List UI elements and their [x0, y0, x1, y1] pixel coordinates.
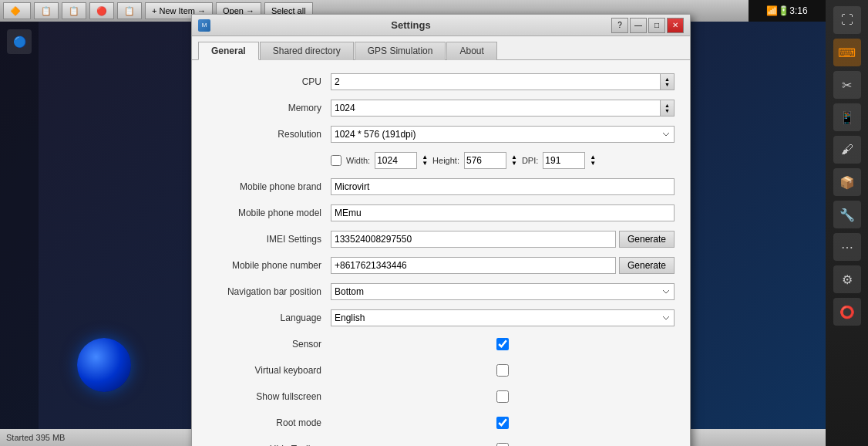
dialog-app-icon: M	[198, 19, 210, 32]
imei-label: IMEI Settings	[207, 234, 331, 245]
vkeyboard-label: Virtual keyboard	[207, 365, 331, 376]
cpu-spinner: ▲ ▼	[331, 73, 675, 90]
resolution-label: Resolution	[207, 129, 331, 140]
cpu-row: CPU ▲ ▼	[207, 73, 675, 91]
phone-input[interactable]	[331, 257, 616, 274]
rootmode-label: Root mode	[207, 417, 331, 428]
language-dropdown[interactable]: English Chinese	[331, 309, 675, 326]
vkeyboard-checkbox[interactable]	[496, 364, 509, 377]
hidetoolbar-control	[331, 443, 675, 446]
sidebar-keyboard-icon[interactable]: ⌨	[833, 39, 861, 66]
height-input[interactable]	[464, 152, 506, 169]
dialog-maximize-button[interactable]: □	[648, 18, 665, 33]
dialog-minimize-button[interactable]: —	[630, 18, 647, 33]
tab-general[interactable]: General	[198, 42, 259, 60]
language-row: Language English Chinese	[207, 309, 675, 327]
fullscreen-control	[331, 390, 675, 403]
wh-control: Width: ▲▼ Height: ▲▼ DPI: ▲▼	[331, 152, 675, 169]
taskbar-button-3[interactable]: 📋	[62, 2, 86, 19]
phone-control: Generate	[331, 257, 675, 274]
dialog-title-text: Settings	[210, 19, 611, 31]
memory-label: Memory	[207, 103, 331, 113]
height-label: Height:	[432, 156, 459, 165]
memory-control: ▲ ▼	[331, 100, 675, 117]
width-spinner-arrows[interactable]: ▲▼	[422, 154, 428, 167]
sidebar-fullscreen-icon[interactable]: ⛶	[833, 6, 861, 34]
model-control	[331, 204, 675, 221]
cpu-input[interactable]	[331, 73, 661, 90]
tab-gps-simulation[interactable]: GPS Simulation	[355, 42, 446, 60]
rootmode-control	[331, 417, 675, 429]
memory-spinner-down: ▼	[664, 108, 670, 113]
taskbar-button-2[interactable]: 📋	[34, 2, 59, 19]
wh-row: Width: ▲▼ Height: ▲▼ DPI: ▲▼	[207, 151, 675, 170]
sidebar-settings-icon[interactable]: ⚙	[833, 265, 861, 293]
sidebar-phone-icon[interactable]: 📱	[833, 103, 861, 131]
dialog-title-left: M	[198, 19, 210, 32]
imei-input-group: Generate	[331, 231, 675, 248]
vkeyboard-control	[331, 364, 675, 377]
sidebar-apk-icon[interactable]: 📦	[833, 168, 861, 196]
width-label: Width:	[346, 156, 370, 165]
sidebar-brush-icon[interactable]: 🖌	[833, 136, 861, 164]
memory-spinner-up: ▲	[664, 103, 670, 108]
tab-shared-directory[interactable]: Shared directory	[260, 42, 354, 60]
resolution-checkbox[interactable]	[331, 155, 341, 166]
phone-row: Mobile phone number Generate	[207, 256, 675, 275]
sensor-checkbox[interactable]	[496, 338, 509, 350]
brand-control	[331, 178, 675, 195]
rootmode-row: Root mode	[207, 414, 675, 432]
taskbar-button[interactable]: 🔶	[3, 2, 31, 19]
settings-dialog: M Settings ? — □ ✕ General Shared direct…	[191, 14, 691, 446]
dpi-label: DPI:	[522, 156, 538, 165]
brand-input[interactable]	[331, 178, 675, 195]
memory-spinner-btn[interactable]: ▲ ▼	[661, 100, 675, 117]
sidebar-more-icon[interactable]: ⋯	[833, 233, 861, 261]
dialog-close-button[interactable]: ✕	[667, 18, 684, 33]
dpi-input[interactable]	[543, 152, 585, 169]
imei-input[interactable]	[331, 231, 616, 248]
fullscreen-label: Show fullscreen	[207, 391, 331, 402]
sensor-control	[331, 338, 675, 350]
battery-icon: 🔋	[778, 5, 789, 16]
phone-generate-button[interactable]: Generate	[619, 257, 675, 274]
phone-label: Mobile phone number	[207, 260, 331, 271]
dialog-help-button[interactable]: ?	[611, 18, 628, 33]
taskbar-button-4[interactable]: 🔴	[89, 2, 114, 19]
navbar-dropdown[interactable]: Bottom Top Left Right	[331, 283, 675, 300]
left-panel-icon-1[interactable]: 🔵	[7, 29, 32, 54]
taskbar-icon-4: 🔴	[96, 6, 107, 16]
navbar-label: Navigation bar position	[207, 286, 331, 297]
sidebar-wrench-icon[interactable]: 🔧	[833, 201, 861, 228]
language-label: Language	[207, 313, 331, 323]
spinner-down: ▼	[664, 82, 670, 87]
sidebar-scissors-icon[interactable]: ✂	[833, 71, 861, 99]
cpu-control: ▲ ▼	[331, 73, 675, 90]
height-spinner-arrows[interactable]: ▲▼	[511, 154, 517, 167]
right-sidebar: ⛶ ⌨ ✂ 📱 🖌 📦 🔧 ⋯ ⚙ ⭕	[826, 0, 868, 446]
sensor-row: Sensor	[207, 335, 675, 353]
model-input[interactable]	[331, 204, 675, 221]
width-input[interactable]	[375, 152, 417, 169]
taskbar-icon-2: 📋	[41, 6, 52, 16]
dialog-content: CPU ▲ ▼ Memory ▲ ▼	[192, 59, 690, 446]
left-panel: 🔵	[0, 22, 39, 446]
fullscreen-checkbox[interactable]	[496, 390, 509, 403]
resolution-row: Resolution 1024 * 576 (191dpi)	[207, 125, 675, 144]
dpi-spinner-arrows[interactable]: ▲▼	[590, 154, 596, 167]
memory-input[interactable]	[331, 100, 661, 117]
hidetoolbar-checkbox[interactable]	[496, 443, 509, 446]
cpu-spinner-btn[interactable]: ▲ ▼	[661, 73, 675, 90]
spinner-up: ▲	[664, 76, 670, 82]
resolution-dropdown[interactable]: 1024 * 576 (191dpi)	[331, 126, 675, 143]
resolution-control: 1024 * 576 (191dpi)	[331, 126, 675, 143]
taskbar-button-5[interactable]: 📋	[117, 2, 142, 19]
brand-row: Mobile phone brand	[207, 177, 675, 196]
rootmode-checkbox[interactable]	[496, 417, 509, 429]
navbar-control: Bottom Top Left Right	[331, 283, 675, 300]
hidetoolbar-row: Hide Toolbar	[207, 440, 675, 446]
sidebar-power-icon[interactable]: ⭕	[833, 298, 861, 326]
fullscreen-row: Show fullscreen	[207, 387, 675, 406]
imei-generate-button[interactable]: Generate	[619, 231, 675, 248]
tab-about[interactable]: About	[446, 42, 496, 60]
